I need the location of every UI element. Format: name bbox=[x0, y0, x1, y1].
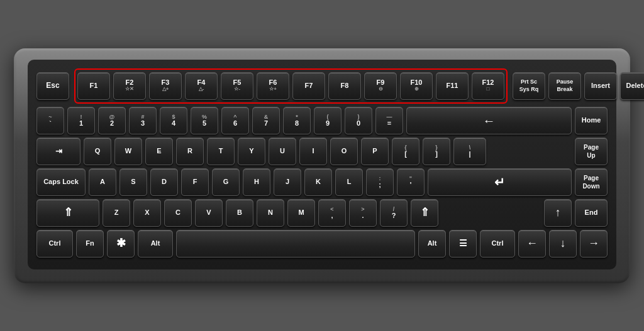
key-pause[interactable]: PauseBreak bbox=[548, 72, 581, 100]
key-fn[interactable]: Fn bbox=[76, 230, 104, 258]
key-backspace[interactable]: ← bbox=[406, 107, 572, 134]
number-row: ~ ` ! 1 @ 2 # 3 $ 4 % 5 bbox=[36, 107, 608, 134]
key-super[interactable]: ✱ bbox=[107, 230, 135, 258]
caps-row: Caps Lock A S D F G H J K L : ; " ' ↵ Pa… bbox=[36, 168, 608, 196]
key-e[interactable]: E bbox=[145, 138, 173, 165]
key-home[interactable]: Home bbox=[575, 107, 608, 134]
key-l[interactable]: L bbox=[335, 168, 363, 196]
key-down-arrow[interactable]: ↓ bbox=[549, 230, 577, 258]
key-end[interactable]: End bbox=[575, 199, 608, 227]
key-backtick[interactable]: ~ ` bbox=[36, 107, 64, 134]
key-d[interactable]: D bbox=[150, 168, 178, 196]
key-period[interactable]: > . bbox=[349, 199, 377, 227]
key-menu[interactable]: ☰ bbox=[449, 230, 477, 258]
key-1[interactable]: ! 1 bbox=[67, 107, 95, 134]
key-space[interactable] bbox=[176, 230, 415, 258]
key-r[interactable]: R bbox=[176, 138, 204, 165]
key-semicolon[interactable]: : ; bbox=[366, 168, 394, 196]
key-u[interactable]: U bbox=[269, 138, 296, 165]
key-j[interactable]: J bbox=[274, 168, 301, 196]
key-f4[interactable]: F4 △- bbox=[185, 72, 218, 100]
key-p[interactable]: P bbox=[361, 138, 389, 165]
key-f7[interactable]: F7 bbox=[292, 72, 325, 100]
key-f2[interactable]: F2 ☆✕ bbox=[113, 72, 146, 100]
key-f3[interactable]: F3 △+ bbox=[149, 72, 182, 100]
key-h[interactable]: H bbox=[243, 168, 270, 196]
key-comma[interactable]: < , bbox=[318, 199, 346, 227]
key-lalt[interactable]: Alt bbox=[138, 230, 173, 258]
key-4[interactable]: $ 4 bbox=[160, 107, 187, 134]
key-f8[interactable]: F8 bbox=[328, 72, 361, 100]
key-tab[interactable]: ⇥ bbox=[36, 138, 80, 165]
key-insert[interactable]: Insert bbox=[584, 72, 617, 100]
key-g[interactable]: G bbox=[212, 168, 240, 196]
key-c[interactable]: C bbox=[164, 199, 192, 227]
key-3[interactable]: # 3 bbox=[129, 107, 157, 134]
fn-row: Esc F1 F2 ☆✕ F3 △+ F4 △- bbox=[36, 68, 608, 104]
key-prtsc[interactable]: Prt ScSys Rq bbox=[513, 72, 545, 100]
key-t[interactable]: T bbox=[207, 138, 235, 165]
key-b[interactable]: B bbox=[226, 199, 253, 227]
key-slash[interactable]: / ? bbox=[380, 199, 408, 227]
key-rctrl[interactable]: Ctrl bbox=[480, 230, 515, 258]
key-f10[interactable]: F10 ⊕ bbox=[400, 72, 433, 100]
key-0[interactable]: ) 0 bbox=[345, 107, 372, 134]
key-o[interactable]: O bbox=[330, 138, 358, 165]
key-up-arrow[interactable]: ↑ bbox=[544, 199, 572, 227]
key-lctrl[interactable]: Ctrl bbox=[36, 230, 73, 258]
key-f9[interactable]: F9 ⊖ bbox=[364, 72, 397, 100]
key-y[interactable]: Y bbox=[238, 138, 265, 165]
key-lshift[interactable]: ⇑ bbox=[36, 199, 99, 227]
key-z[interactable]: Z bbox=[103, 199, 130, 227]
key-i[interactable]: I bbox=[299, 138, 327, 165]
key-f1[interactable]: F1 bbox=[77, 72, 110, 100]
key-capslock[interactable]: Caps Lock bbox=[36, 168, 86, 196]
key-9[interactable]: ( 9 bbox=[314, 107, 341, 134]
key-x[interactable]: X bbox=[133, 199, 161, 227]
key-backslash[interactable]: \ | bbox=[453, 138, 486, 165]
key-2[interactable]: @ 2 bbox=[98, 107, 126, 134]
key-m[interactable]: M bbox=[287, 199, 315, 227]
key-rshift-arrow[interactable]: ⇑ bbox=[411, 199, 438, 227]
key-right-arrow[interactable]: → bbox=[580, 230, 608, 258]
fkey-highlight-box: F1 F2 ☆✕ F3 △+ F4 △- F5 ☆- bbox=[74, 68, 508, 104]
key-f6[interactable]: F6 ☆+ bbox=[257, 72, 289, 100]
key-s[interactable]: S bbox=[119, 168, 147, 196]
tab-row: ⇥ Q W E R T Y U I O P { [ } ] \ | Pag bbox=[36, 138, 608, 165]
key-pagedown[interactable]: PageDown bbox=[575, 168, 608, 196]
key-f5[interactable]: F5 ☆- bbox=[221, 72, 253, 100]
key-minus[interactable]: — = bbox=[375, 107, 403, 134]
key-7[interactable]: & 7 bbox=[252, 107, 280, 134]
keyboard-outer: Esc F1 F2 ☆✕ F3 △+ F4 △- bbox=[14, 48, 630, 283]
key-bracket-close[interactable]: } ] bbox=[423, 138, 450, 165]
key-8[interactable]: * 8 bbox=[283, 107, 311, 134]
shift-row: ⇑ Z X C V B N M < , > . / ? ⇑ ↑ End bbox=[36, 199, 608, 227]
key-delete[interactable]: Delete bbox=[620, 72, 644, 100]
key-ralt[interactable]: Alt bbox=[418, 230, 446, 258]
ctrl-row: Ctrl Fn ✱ Alt Alt ☰ Ctrl ← ↓ → bbox=[36, 230, 608, 258]
key-f[interactable]: F bbox=[181, 168, 209, 196]
key-w[interactable]: W bbox=[114, 138, 142, 165]
key-esc[interactable]: Esc bbox=[36, 72, 69, 100]
key-pageup[interactable]: PageUp bbox=[575, 138, 608, 165]
key-5[interactable]: % 5 bbox=[191, 107, 218, 134]
key-enter[interactable]: ↵ bbox=[428, 168, 572, 196]
key-k[interactable]: K bbox=[304, 168, 332, 196]
key-n[interactable]: N bbox=[257, 199, 284, 227]
key-left-arrow[interactable]: ← bbox=[518, 230, 546, 258]
key-6[interactable]: ^ 6 bbox=[221, 107, 249, 134]
keyboard-inner: Esc F1 F2 ☆✕ F3 △+ F4 △- bbox=[28, 60, 616, 269]
key-q[interactable]: Q bbox=[84, 138, 111, 165]
key-quote[interactable]: " ' bbox=[397, 168, 425, 196]
key-f12[interactable]: F12 □ bbox=[472, 72, 504, 100]
key-bracket-open[interactable]: { [ bbox=[392, 138, 419, 165]
key-f11[interactable]: F11 bbox=[436, 72, 469, 100]
key-v[interactable]: V bbox=[195, 199, 223, 227]
key-a[interactable]: A bbox=[89, 168, 116, 196]
